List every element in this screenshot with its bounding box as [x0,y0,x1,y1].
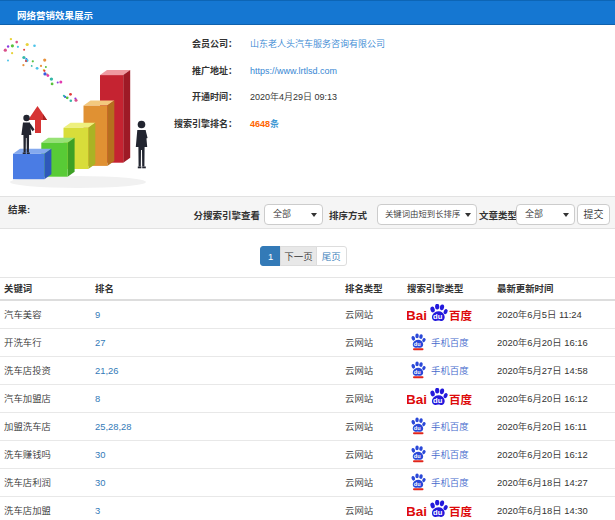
svg-text:百度: 百度 [449,503,472,519]
svg-text:百度: 百度 [449,391,472,407]
svg-text:du: du [414,425,421,431]
svg-text:du: du [414,481,421,487]
svg-text:Bai: Bai [407,504,427,519]
svg-text:du: du [433,396,443,405]
svg-text:du: du [433,312,443,321]
svg-text:du: du [433,508,443,517]
svg-text:Bai: Bai [407,392,427,407]
svg-text:百度: 百度 [449,307,472,323]
svg-text:du: du [414,369,421,375]
svg-text:du: du [414,341,421,347]
svg-text:Bai: Bai [407,308,427,323]
svg-text:du: du [414,453,421,459]
